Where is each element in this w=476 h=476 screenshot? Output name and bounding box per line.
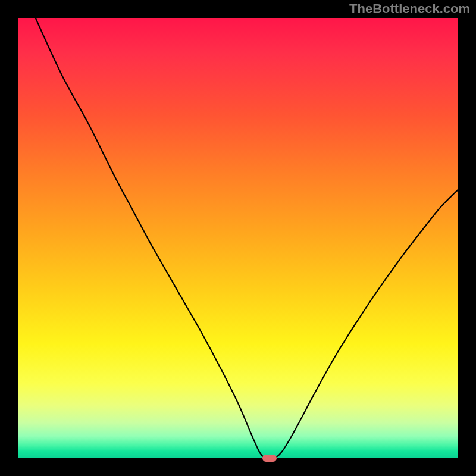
optimal-marker (262, 455, 277, 462)
bottleneck-curve-path (36, 18, 458, 458)
chart-container: TheBottleneck.com (0, 0, 476, 476)
plot-area (18, 18, 458, 458)
attribution-label: TheBottleneck.com (349, 1, 470, 17)
bottleneck-curve (18, 18, 458, 458)
